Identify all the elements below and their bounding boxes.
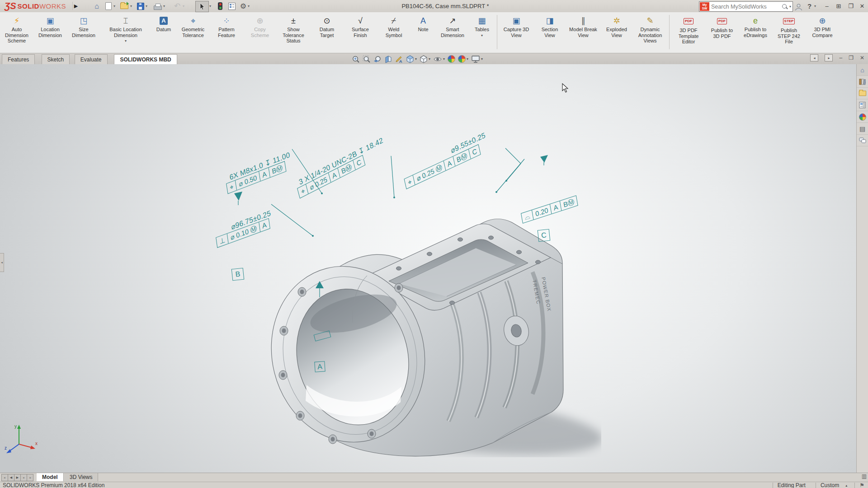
graphics-area[interactable]: TREMEC POWER BOX	[0, 64, 868, 473]
rebuild-button[interactable]	[218, 1, 222, 11]
chevron-down-icon[interactable]: ▾	[125, 39, 127, 43]
open-button[interactable]	[120, 1, 128, 11]
undo-button[interactable]: ↶	[174, 1, 180, 11]
ribbon-button-publish-to-3d-pdf[interactable]: PDFPublish to 3D PDF	[707, 14, 737, 40]
chevron-down-icon[interactable]: ▾	[481, 33, 483, 38]
sheet-nav-button-2[interactable]: ▶	[14, 474, 21, 481]
ribbon-button-3d-pdf-template-editor[interactable]: PDF3D PDF Template Editor	[673, 14, 704, 46]
search-dropdown[interactable]: ▾	[789, 5, 791, 9]
ribbon-button-note[interactable]: ANote	[412, 14, 434, 33]
sheet-nav-button-0[interactable]: «	[1, 474, 8, 481]
view-orientation-dropdown[interactable]: ▾	[415, 57, 417, 61]
taskpane-home-icon[interactable]: ⌂	[857, 64, 868, 76]
sheet-nav-button-1[interactable]: ◀	[8, 474, 14, 481]
ribbon-button-weld-symbol[interactable]: ⌿Weld Symbol	[378, 14, 409, 39]
bottom-tab-model[interactable]: Model	[37, 473, 64, 481]
sheet-nav-button-4[interactable]: ≡	[27, 474, 33, 481]
search-icon[interactable]	[782, 4, 788, 10]
new-document-button[interactable]	[105, 1, 112, 11]
ribbon-button-dynamic-annotation-views[interactable]: ✎Dynamic Annotation Views	[635, 14, 665, 45]
ribbon-button-basic-location-dimension[interactable]: ⌶Basic Location Dimension▾	[102, 14, 150, 44]
close-button[interactable]: ✕	[858, 1, 866, 11]
ribbon-button-datum[interactable]: ADatum	[152, 14, 175, 33]
view-settings-dropdown[interactable]: ▾	[481, 57, 483, 61]
tab-evaluate[interactable]: Evaluate	[75, 54, 108, 64]
ribbon-button-tables[interactable]: ▦Tables▾	[471, 14, 493, 38]
options-button[interactable]: ⚙	[239, 1, 248, 11]
search-box[interactable]: MySW Search MySolidWorks ▾	[699, 1, 793, 12]
search-input[interactable]: Search MySolidWorks	[711, 4, 782, 10]
save-dropdown[interactable]: ▾	[146, 1, 147, 11]
open-dropdown[interactable]: ▾	[130, 1, 132, 11]
ribbon-button-capture-3d-view[interactable]: ▣Capture 3D View	[501, 14, 532, 39]
ribbon-button-publish-step-242-file[interactable]: STEPPublish STEP 242 File	[774, 14, 804, 46]
ribbon-button-publish-to-edrawings[interactable]: ePublish to eDrawings	[740, 14, 771, 39]
select-dropdown[interactable]: ▾	[209, 1, 211, 11]
taskpane-custom-properties-icon[interactable]: ▤	[857, 123, 868, 135]
doc-close-button[interactable]: ✕	[860, 55, 864, 61]
taskpane-forum-icon[interactable]	[857, 135, 868, 146]
minimize-button[interactable]: –	[823, 1, 831, 11]
hide-show-items-button[interactable]: ▾	[433, 55, 445, 63]
help-dropdown[interactable]: ▾	[814, 1, 816, 11]
view-orientation-button[interactable]: ▾	[406, 55, 417, 63]
previous-view-button[interactable]	[373, 55, 382, 63]
bottom-tab-3d-views[interactable]: 3D Views	[64, 473, 98, 481]
file-properties-button[interactable]	[228, 1, 236, 11]
tab-solidworks-mbd[interactable]: SOLIDWORKS MBD	[114, 54, 177, 65]
restore-button[interactable]: ⊞	[835, 1, 843, 11]
datum-label-a[interactable]: A	[314, 361, 326, 372]
section-view-button[interactable]	[384, 55, 392, 63]
dynamic-annotation-button[interactable]: A	[395, 55, 403, 63]
tab-features[interactable]: Features	[2, 54, 35, 64]
ribbon-button-auto-dimension-scheme[interactable]: ⚡Auto Dimension Scheme	[1, 14, 32, 45]
datum-label-c[interactable]: C	[538, 229, 551, 242]
taskpane-design-library-icon[interactable]	[857, 76, 868, 88]
ribbon-button-3d-pmi-compare[interactable]: ⊕3D PMI Compare	[807, 14, 838, 39]
ribbon-button-location-dimension[interactable]: ▣Location Dimension	[35, 14, 66, 39]
taskpane-appearances-icon[interactable]	[857, 111, 868, 123]
undo-dropdown[interactable]: ▾	[183, 1, 184, 11]
zoom-area-button[interactable]	[363, 55, 371, 63]
taskpane-view-palette-icon[interactable]	[857, 99, 868, 111]
ribbon-button-smart-dimension[interactable]: ↗Smart Dimension	[437, 14, 468, 39]
ribbon-button-exploded-view[interactable]: ✲Exploded View	[601, 14, 632, 39]
ribbon-button-geometric-tolerance[interactable]: ⌖Geometric Tolerance	[178, 14, 208, 39]
gdt-annotation-hole-9-55[interactable]: ⌀9.55±0.25 ⌖⌀ 0.25 ⓂABⓂC	[404, 143, 481, 189]
ribbon-button-show-tolerance-status[interactable]: ±Show Tolerance Status	[278, 14, 309, 45]
hide-show-items-dropdown[interactable]: ▾	[443, 57, 445, 61]
display-style-button[interactable]: ▾	[420, 55, 430, 63]
taskpane-file-explorer-icon[interactable]	[857, 88, 868, 99]
doc-minimize-button[interactable]: –	[839, 55, 842, 61]
ribbon-button-section-view[interactable]: ◨Section View	[534, 14, 565, 39]
save-button[interactable]	[137, 1, 144, 11]
edit-appearance-button[interactable]	[448, 55, 455, 63]
view-settings-button[interactable]: ▾	[471, 55, 483, 63]
sheet-options-icon[interactable]: ▥	[862, 473, 867, 479]
ribbon-button-surface-finish[interactable]: √Surface Finish	[345, 14, 376, 39]
ribbon-button-datum-target[interactable]: ⊙Datum Target	[311, 14, 342, 39]
new-document-dropdown[interactable]: ▾	[113, 1, 115, 11]
gdt-annotation-thread-unc[interactable]: 3 X 1/4-20 UNC-2B ↧ 18.42 ⌖⌀ 0.25ABⓂC	[295, 136, 387, 198]
select-tool-button[interactable]	[195, 1, 209, 12]
tab-sketch[interactable]: Sketch	[42, 54, 70, 64]
pane-right-toggle[interactable]: ▸	[825, 54, 833, 61]
print-dropdown[interactable]: ▾	[163, 1, 165, 11]
status-tag-icon[interactable]: ⚑	[859, 482, 864, 488]
login-button[interactable]	[795, 2, 802, 12]
menu-flyout-arrow[interactable]: ▶	[72, 2, 79, 10]
ribbon-button-pattern-feature[interactable]: ⁘Pattern Feature	[211, 14, 242, 39]
cascade-windows-button[interactable]: ❐	[847, 1, 855, 11]
ribbon-button-model-break-view[interactable]: ∥Model Break View	[568, 14, 599, 39]
apply-scene-dropdown[interactable]: ▾	[467, 57, 468, 61]
display-style-dropdown[interactable]: ▾	[429, 57, 430, 61]
pane-left-toggle[interactable]: ◂	[810, 54, 818, 61]
feature-tree-collapse-handle[interactable]: ◂	[0, 253, 4, 272]
zoom-fit-button[interactable]	[352, 55, 360, 63]
sheet-nav-button-3[interactable]: »	[20, 474, 27, 481]
status-units-arrow[interactable]: ▴	[845, 483, 847, 488]
home-button[interactable]: ⌂	[92, 1, 102, 11]
help-button[interactable]: ?	[807, 1, 811, 11]
status-units[interactable]: Custom	[821, 482, 839, 488]
print-button[interactable]	[154, 1, 162, 11]
